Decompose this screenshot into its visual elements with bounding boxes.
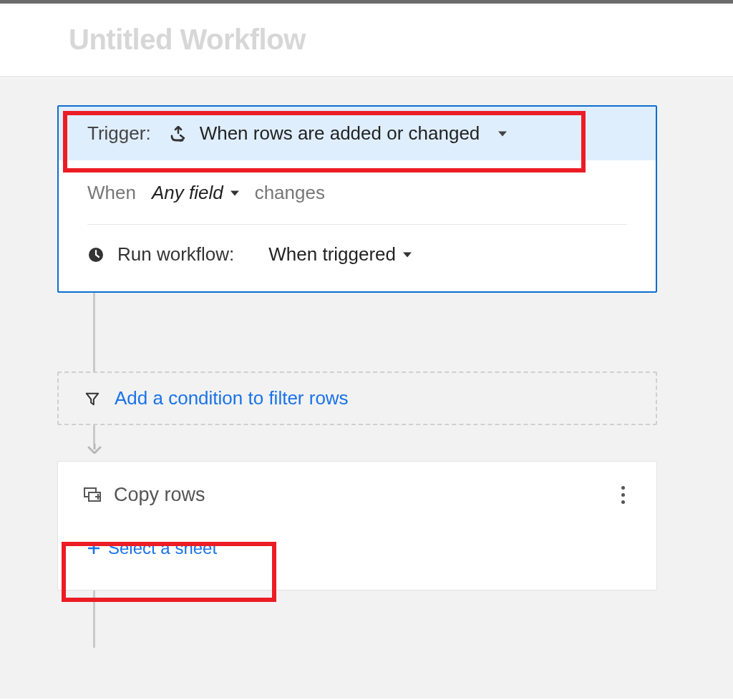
trigger-value: When rows are added or changed xyxy=(200,122,480,145)
changes-label: changes xyxy=(255,182,325,204)
page-header: Untitled Workflow xyxy=(0,4,733,76)
action-card: Copy rows Select a sheet xyxy=(57,461,657,590)
trigger-label: Trigger: xyxy=(87,122,151,145)
trigger-body: When Any field changes xyxy=(59,160,656,291)
action-menu-button[interactable] xyxy=(616,483,631,507)
clock-icon xyxy=(87,246,105,263)
add-condition-link[interactable]: Add a condition to filter rows xyxy=(115,387,349,409)
trigger-type-icon xyxy=(170,126,187,142)
connector-line xyxy=(93,293,95,371)
condition-placeholder[interactable]: Add a condition to filter rows xyxy=(57,371,657,425)
chevron-down-icon xyxy=(403,251,412,259)
arrow-down-icon xyxy=(87,444,102,454)
run-workflow-label: Run workflow: xyxy=(117,243,234,266)
copy-rows-icon xyxy=(84,487,102,503)
run-workflow-value: When triggered xyxy=(268,243,396,266)
filter-icon xyxy=(84,391,100,407)
chevron-down-icon[interactable] xyxy=(498,130,507,138)
action-header: Copy rows xyxy=(58,462,656,524)
field-selector[interactable]: Any field xyxy=(152,182,239,204)
workflow-title[interactable]: Untitled Workflow xyxy=(69,24,733,56)
trigger-card: Trigger: When rows are added or changed xyxy=(57,105,657,293)
trigger-when-row: When Any field changes xyxy=(87,182,627,225)
chevron-down-icon xyxy=(230,189,239,198)
select-sheet-button[interactable]: Select a sheet xyxy=(84,531,221,565)
field-selector-value: Any field xyxy=(152,182,223,204)
select-sheet-label: Select a sheet xyxy=(108,538,217,558)
connector-line xyxy=(93,425,95,444)
workflow-canvas: Trigger: When rows are added or changed xyxy=(0,76,733,699)
when-label: When xyxy=(87,182,136,204)
action-title: Copy rows xyxy=(114,484,205,506)
connector-line xyxy=(93,590,95,648)
trigger-header[interactable]: Trigger: When rows are added or changed xyxy=(59,107,656,160)
run-workflow-selector[interactable]: When triggered xyxy=(268,243,412,266)
run-workflow-row: Run workflow: When triggered xyxy=(87,225,627,284)
plus-icon xyxy=(88,543,99,554)
